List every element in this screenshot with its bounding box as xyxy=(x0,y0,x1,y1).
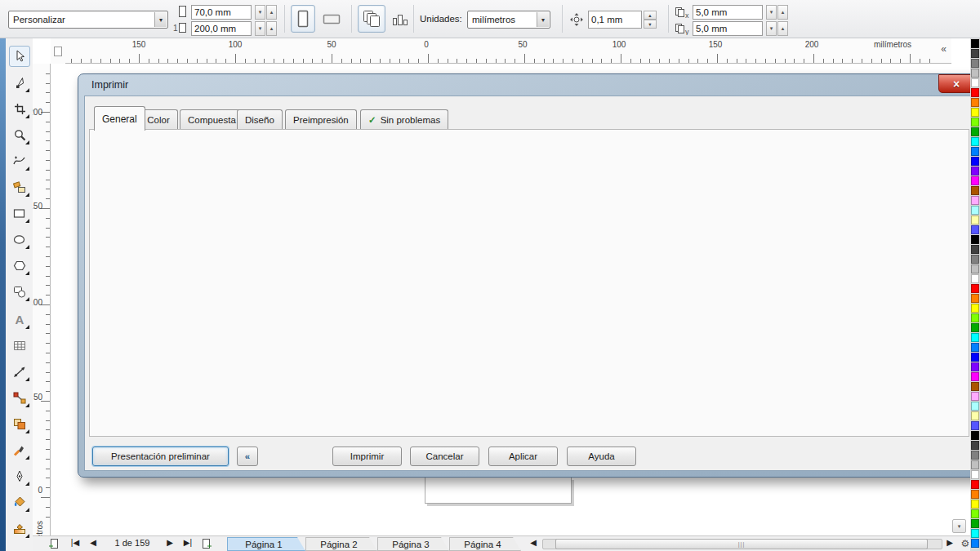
spin-down-icon[interactable]: ▾ xyxy=(255,5,265,20)
palette-color[interactable] xyxy=(971,196,979,205)
interactive-fill-tool[interactable] xyxy=(9,518,30,539)
nudge-spinner[interactable]: ▴ ▾ xyxy=(644,11,657,29)
palette-color[interactable] xyxy=(971,451,979,460)
prev-page-button[interactable]: ◀ xyxy=(87,538,100,547)
palette-color[interactable] xyxy=(971,343,979,352)
next-page-button[interactable]: ▶ xyxy=(163,538,176,547)
duplicate-x-spinner[interactable]: ▾ ▴ xyxy=(765,5,788,20)
paper-width-spinner[interactable]: ▾ ▴ xyxy=(254,5,277,20)
units-dropdown[interactable]: milímetros ▾ xyxy=(467,11,550,29)
connector-tool[interactable] xyxy=(9,387,30,408)
add-page-start-icon[interactable] xyxy=(49,538,60,549)
palette-color[interactable] xyxy=(971,519,979,528)
palette-color[interactable] xyxy=(971,284,979,293)
paper-height-input[interactable] xyxy=(191,21,252,36)
palette-color[interactable] xyxy=(971,441,979,450)
page-tab-4[interactable]: Página 4 xyxy=(449,537,521,551)
palette-color[interactable] xyxy=(971,157,979,166)
palette-color[interactable] xyxy=(971,137,979,146)
polygon-tool[interactable] xyxy=(9,255,30,276)
vertical-scroll-down-button[interactable]: ▾ xyxy=(952,519,966,533)
palette-color[interactable] xyxy=(971,353,979,362)
palette-color[interactable] xyxy=(971,118,979,127)
drop-shadow-tool[interactable] xyxy=(9,413,30,434)
basic-shapes-tool[interactable] xyxy=(9,281,30,302)
palette-color[interactable] xyxy=(971,108,979,117)
duplicate-y-spinner[interactable]: ▾ ▴ xyxy=(765,21,788,36)
palette-color[interactable] xyxy=(971,470,979,479)
tab-diseno[interactable]: Diseño xyxy=(237,109,283,130)
palette-color[interactable] xyxy=(971,362,979,371)
chevron-down-icon[interactable]: ▾ xyxy=(154,12,167,27)
tab-preimpresion[interactable]: Preimpresión xyxy=(285,109,357,130)
palette-color[interactable] xyxy=(971,49,979,58)
shape-tool[interactable] xyxy=(9,72,30,93)
palette-color[interactable] xyxy=(971,59,979,68)
spin-up-icon[interactable]: ▴ xyxy=(266,21,277,36)
horizontal-ruler[interactable]: 15010050050100150200 milímetros « xyxy=(51,38,951,64)
all-pages-same-size-button[interactable] xyxy=(358,5,385,33)
last-page-button[interactable]: ▶| xyxy=(181,538,194,547)
palette-color[interactable] xyxy=(971,304,979,313)
cancelar-button[interactable]: Cancelar xyxy=(410,447,479,466)
palette-color[interactable] xyxy=(971,294,979,303)
page-tab-2[interactable]: Página 2 xyxy=(305,537,377,551)
table-tool[interactable] xyxy=(9,335,30,356)
palette-color[interactable] xyxy=(971,235,979,244)
freehand-tool[interactable] xyxy=(9,150,30,171)
page-tab-1[interactable]: Página 1 xyxy=(227,537,305,551)
palette-color[interactable] xyxy=(971,39,979,48)
tab-sin-problemas[interactable]: ✓ Sin problemas xyxy=(360,109,448,130)
spin-up-icon[interactable]: ▴ xyxy=(777,5,788,20)
palette-color[interactable] xyxy=(971,509,979,518)
first-page-button[interactable]: |◀ xyxy=(69,538,82,547)
collapse-preview-button[interactable]: « xyxy=(237,447,258,466)
palette-color[interactable] xyxy=(971,402,979,411)
palette-color[interactable] xyxy=(971,313,979,322)
close-button[interactable]: × xyxy=(938,74,974,93)
palette-color[interactable] xyxy=(971,186,979,195)
palette-color[interactable] xyxy=(971,69,979,78)
paper-width-input[interactable] xyxy=(191,5,252,20)
palette-color[interactable] xyxy=(971,88,979,97)
text-tool[interactable]: A xyxy=(9,309,30,330)
palette-color[interactable] xyxy=(971,216,979,224)
spin-down-icon[interactable]: ▾ xyxy=(255,21,265,36)
palette-color[interactable] xyxy=(971,167,979,176)
landscape-button[interactable] xyxy=(318,11,345,27)
palette-color[interactable] xyxy=(971,539,979,548)
dimension-tool[interactable] xyxy=(9,361,30,382)
spin-down-icon[interactable]: ▾ xyxy=(766,21,777,36)
imprimir-button[interactable]: Imprimir xyxy=(332,447,402,466)
chevron-down-icon[interactable]: ▾ xyxy=(537,12,549,27)
scroll-left-button[interactable]: ◀ xyxy=(528,538,539,547)
palette-color[interactable] xyxy=(971,78,979,87)
vertical-ruler[interactable]: 200150100500 milímetros xyxy=(33,64,51,535)
page-sizes-button[interactable] xyxy=(389,10,412,29)
ayuda-button[interactable]: Ayuda xyxy=(567,447,636,466)
palette-color[interactable] xyxy=(971,392,979,401)
pick-tool[interactable] xyxy=(9,46,30,67)
palette-color[interactable] xyxy=(971,529,979,538)
palette-color[interactable] xyxy=(971,490,979,499)
presentacion-preliminar-button[interactable]: Presentación preliminar xyxy=(92,447,229,466)
duplicate-x-input[interactable] xyxy=(693,5,763,20)
spin-down-icon[interactable]: ▾ xyxy=(644,20,657,29)
palette-color[interactable] xyxy=(971,421,979,430)
palette-color[interactable] xyxy=(971,480,979,489)
palette-color[interactable] xyxy=(971,411,979,420)
aplicar-button[interactable]: Aplicar xyxy=(488,447,558,466)
horizontal-scrollbar-thumb[interactable]: ||| xyxy=(555,539,928,549)
outline-pen-tool[interactable] xyxy=(9,465,30,487)
tab-compuesta[interactable]: Compuesta xyxy=(180,109,244,130)
scroll-right-button[interactable]: ▶ xyxy=(944,538,956,547)
page-tab-3[interactable]: Página 3 xyxy=(377,537,449,551)
palette-color[interactable] xyxy=(971,127,979,136)
palette-color[interactable] xyxy=(971,98,979,107)
zoom-tool[interactable] xyxy=(9,124,30,145)
palette-color[interactable] xyxy=(971,245,979,254)
duplicate-y-input[interactable] xyxy=(693,21,763,36)
fill-tool[interactable] xyxy=(9,491,30,513)
palette-color[interactable] xyxy=(971,372,979,381)
palette-color[interactable] xyxy=(971,323,979,332)
